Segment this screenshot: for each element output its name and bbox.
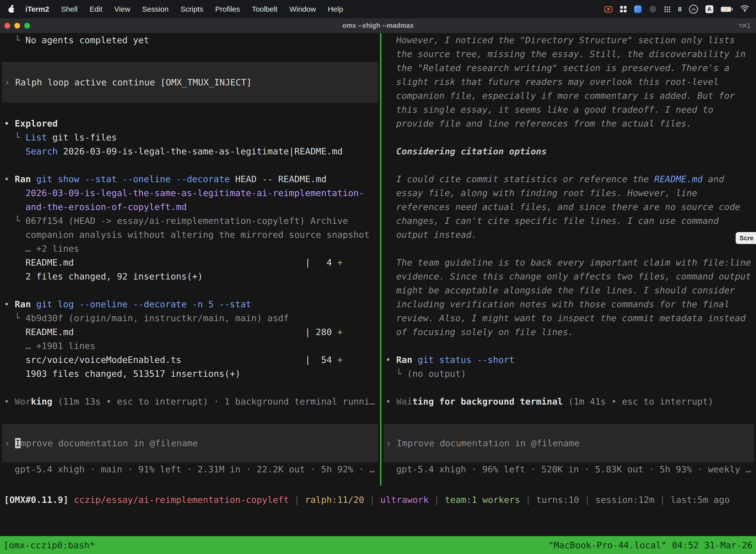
terminal-line: 2026-03-09-is-legal-the-same-as-legitima… [0, 186, 380, 200]
terminal-line [381, 242, 756, 256]
terminal-line: I could cite commit statistics or refere… [381, 172, 756, 186]
terminal-line: However, I noticed the "Directory Struct… [381, 33, 756, 47]
terminal-line: companion analysis without altering the … [0, 228, 380, 242]
macos-menubar: iTerm2ShellEditViewSessionScriptsProfile… [0, 0, 756, 18]
battery-icon[interactable]: ⚡ [721, 7, 733, 12]
menu-item-view[interactable]: View [108, 5, 136, 13]
terminal-line: this single essay, it seems like a good … [381, 103, 756, 117]
terminal-line: └ 067f154 (HEAD -> essay/ai-reimplementa… [0, 214, 380, 228]
keycap-8-icon[interactable]: 8 [678, 5, 682, 13]
terminal-line: essay file, along with finding root file… [381, 186, 756, 200]
terminal-line [381, 158, 756, 172]
terminal-line: › Improve documentation in @filename [2, 438, 378, 449]
terminal-line: and-the-erosion-of-copyleft.md [0, 200, 380, 214]
terminal-line: └ (no output) [381, 367, 756, 381]
left-pane-body-lines: • Explored └ List git ls-files Search 20… [0, 117, 380, 408]
menu-item-window[interactable]: Window [284, 5, 322, 13]
screen-overlay-button[interactable]: Scre [736, 232, 756, 244]
menu-item-profiles[interactable]: Profiles [209, 5, 246, 13]
right-pane-status-line: gpt-5.4 xhigh · 96% left · 520K in · 5.8… [381, 462, 756, 476]
screen: iTerm2ShellEditViewSessionScriptsProfile… [0, 0, 756, 554]
menubar-menus: iTerm2ShellEditViewSessionScriptsProfile… [19, 5, 349, 13]
terminal-line: • Ran git log --oneline --decorate -n 5 … [0, 297, 380, 311]
menubar-status-icons: 8 .61 A ⚡ [605, 5, 750, 14]
blue-app-icon[interactable] [634, 5, 642, 13]
right-pane-body-lines: However, I noticed the "Directory Struct… [381, 33, 756, 408]
terminal-line: gpt-5.4 xhigh · 96% left · 520K in · 5.8… [381, 462, 756, 476]
terminal-line: [OMX#0.11.9] cczip/essay/ai-reimplementa… [0, 493, 756, 507]
dark-app-icon[interactable] [649, 5, 656, 13]
right-pane: However, I noticed the "Directory Struct… [381, 33, 756, 486]
terminal-line: provide file and line references from th… [381, 117, 756, 130]
terminal-line: › Improve documentation in @filename [383, 438, 754, 449]
menu-item-iterm2[interactable]: iTerm2 [19, 5, 55, 13]
terminal-line: changes, I can't cite specific file line… [381, 214, 756, 228]
terminal-line: the source tree, missing the essay. Stil… [381, 47, 756, 61]
tmux-host-clock-label: "MacBook-Pro-44.local" 04:52 31-Mar-26 [548, 540, 753, 550]
terminal-line: … +2 lines [0, 242, 380, 256]
menu-item-shell[interactable]: Shell [55, 5, 83, 13]
tmux-statusbar: [omx-cczip0:bash* "MacBook-Pro-44.local"… [0, 536, 756, 554]
left-prompt-input[interactable]: › Improve documentation in @filename [2, 424, 378, 462]
screen-recording-icon[interactable] [605, 6, 612, 12]
terminal-line: • Explored [0, 117, 380, 130]
terminal-line: └ List git ls-files [0, 130, 380, 145]
terminal-line: src/voice/voiceModeEnabled.ts | 54 + [0, 353, 380, 367]
window-title: omx --xhigh --madmax [0, 18, 756, 33]
window-shortcut-hint: ⌥⌘1 [738, 18, 751, 33]
terminal-line: of focusing solely on file lines. [381, 325, 756, 339]
tmux-session-label: [omx-cczip0:bash* [3, 540, 95, 550]
menu-item-scripts[interactable]: Scripts [175, 5, 209, 13]
ralph-loop-banner: › Ralph loop active continue [OMX_TMUX_I… [2, 62, 378, 103]
left-pane-status-line: gpt-5.4 xhigh · main · 91% left · 2.31M … [0, 462, 380, 476]
omx-status-lines: [OMX#0.11.9] cczip/essay/ai-reimplementa… [0, 493, 756, 507]
ralph-loop-banner-lines: › Ralph loop active continue [OMX_TMUX_I… [2, 77, 378, 88]
terminal-line: might be acceptable alongside the file l… [381, 283, 756, 297]
menu-item-edit[interactable]: Edit [83, 5, 108, 13]
terminal-line [0, 158, 380, 172]
menu-item-help[interactable]: Help [322, 5, 349, 13]
terminal-line: review. Also, I might want to inspect th… [381, 311, 756, 325]
terminal-line: companion file, especially if more comme… [381, 89, 756, 103]
terminal-line: • Working (11m 13s • esc to interrupt) ·… [0, 395, 380, 408]
menu-item-toolbelt[interactable]: Toolbelt [246, 5, 284, 13]
window-tiling-icon[interactable] [620, 6, 627, 13]
terminal-line: 1903 files changed, 513517 insertions(+) [0, 367, 380, 381]
omx-status-area: [OMX#0.11.9] cczip/essay/ai-reimplementa… [0, 486, 756, 536]
terminal-line: including verification notes with those … [381, 297, 756, 311]
apple-menu-icon[interactable] [7, 4, 15, 14]
apps-grid-icon[interactable] [664, 6, 671, 13]
terminal-line: evidence. Since this change only affects… [381, 270, 756, 283]
terminal-line: references need actual files, and since … [381, 200, 756, 214]
window-titlebar: omx --xhigh --madmax ⌥⌘1 [0, 18, 756, 33]
terminal-line: The team guideline is to back every impo… [381, 256, 756, 270]
right-prompt-input[interactable]: › Improve documentation in @filename [383, 424, 754, 462]
terminal-line: • Ran git status --short [381, 353, 756, 367]
terminal-line [0, 381, 380, 395]
left-pane: └ No agents completed yet › Ralph loop a… [0, 33, 380, 486]
input-source-icon[interactable]: A [705, 5, 713, 13]
right-prompt-input-lines: › Improve documentation in @filename [383, 438, 754, 449]
terminal-line [381, 130, 756, 145]
terminal-line: slight risk that future readers may over… [381, 75, 756, 89]
gauge-icon[interactable]: .61 [689, 5, 698, 14]
left-pane-top-lines: └ No agents completed yet [0, 33, 380, 47]
terminal-line: Search 2026-03-09-is-legal-the-same-as-l… [0, 145, 380, 158]
terminal-line: … +1901 lines [0, 339, 380, 353]
terminal-line: gpt-5.4 xhigh · main · 91% left · 2.31M … [0, 462, 380, 476]
terminal-line: Considering citation options [381, 145, 756, 158]
terminal-line: └ No agents completed yet [0, 33, 380, 47]
left-prompt-input-lines: › Improve documentation in @filename [2, 438, 378, 449]
terminal-panes: └ No agents completed yet › Ralph loop a… [0, 33, 756, 486]
terminal-line: 2 files changed, 92 insertions(+) [0, 270, 380, 283]
terminal-line: the "Related research writing" section i… [381, 61, 756, 75]
terminal-line: README.md | 4 + [0, 256, 380, 270]
wifi-icon[interactable] [740, 5, 750, 14]
menu-item-session[interactable]: Session [136, 5, 175, 13]
terminal-line: └ 4b9d30f (origin/main, instructkr/main,… [0, 311, 380, 325]
terminal-line: • Waiting for background terminal (1m 41… [381, 395, 756, 408]
terminal-line [381, 381, 756, 395]
terminal-line: › Ralph loop active continue [OMX_TMUX_I… [2, 77, 378, 88]
terminal-line: • Ran git show --stat --oneline --decora… [0, 172, 380, 186]
terminal-line [0, 283, 380, 297]
